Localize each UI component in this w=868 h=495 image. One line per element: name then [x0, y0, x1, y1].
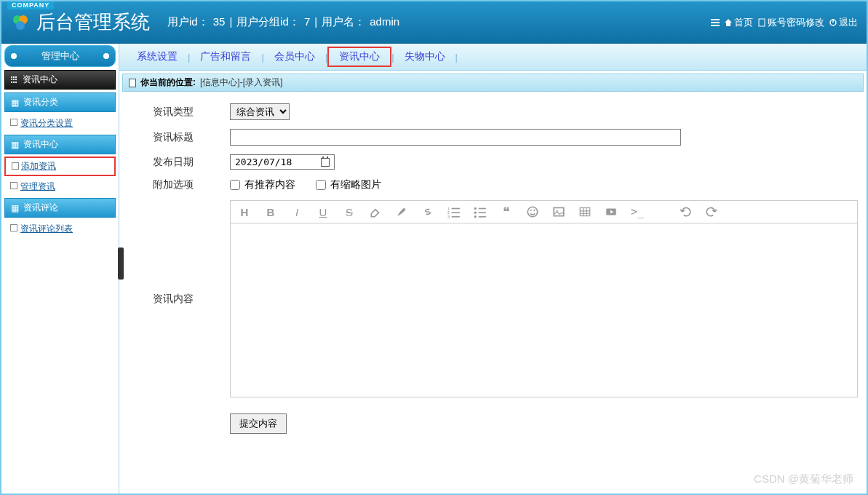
tool-image-icon[interactable] — [552, 205, 565, 218]
label-news-title: 资讯标题 — [122, 124, 224, 150]
svg-rect-3 — [711, 19, 720, 20]
sidebar-group-category[interactable]: ▦ 资讯分类 — [4, 92, 116, 112]
svg-point-17 — [474, 211, 477, 213]
svg-point-23 — [533, 210, 535, 211]
checkbox-recommend-input[interactable] — [230, 180, 240, 190]
label-content: 资讯内容 — [122, 196, 224, 402]
sidebar-collapse-handle[interactable] — [118, 248, 124, 280]
date-value: 2023/07/18 — [235, 157, 292, 167]
label-extra-options: 附加选项 — [122, 174, 224, 196]
input-publish-date[interactable]: 2023/07/18 — [230, 154, 335, 170]
editor-toolbar: H B I U S 123 ❝ — [230, 200, 858, 223]
sidebar-item-category-settings[interactable]: 资讯分类设置 — [4, 114, 116, 132]
user-id-label: 用户id： — [167, 15, 209, 29]
tool-heading-icon[interactable]: H — [238, 205, 251, 218]
sidebar-item-manage-news[interactable]: 管理资讯 — [4, 178, 116, 196]
tab-member-center[interactable]: 会员中心 — [264, 48, 325, 66]
tab-news-center[interactable]: 资讯中心 — [327, 47, 391, 67]
tab-system-settings[interactable]: 系统设置 — [127, 48, 188, 66]
tool-bold-icon[interactable]: B — [264, 205, 277, 218]
sidebar-header: 管理中心 — [4, 45, 116, 67]
home-link-label: 首页 — [734, 16, 753, 29]
tool-table-icon[interactable] — [578, 205, 592, 218]
checkbox-recommend[interactable]: 有推荐内容 — [230, 178, 295, 191]
sidebar-main-section-label: 资讯中心 — [23, 74, 57, 86]
sep: | — [229, 15, 232, 29]
top-bar: 后台管理系统 用户id：35 | 用户分组id：7 | 用户名：admin 首页… — [1, 1, 867, 44]
svg-text:3: 3 — [447, 215, 450, 218]
tool-underline-icon[interactable]: U — [316, 205, 330, 218]
tool-eraser-icon[interactable] — [369, 205, 382, 218]
grid-icon — [11, 76, 18, 84]
account-link-label: 账号密码修改 — [768, 16, 824, 29]
power-icon — [829, 18, 837, 27]
logo-icon — [10, 12, 31, 33]
tool-link-icon[interactable] — [421, 205, 434, 218]
home-link[interactable]: 首页 — [724, 16, 753, 29]
home-icon — [724, 18, 733, 27]
sidebar-group-label: 资讯中心 — [23, 138, 58, 151]
doc-icon — [129, 79, 136, 87]
checkbox-thumbnail-label: 有缩略图片 — [330, 178, 381, 191]
app-title: 后台管理系统 — [36, 9, 150, 35]
username-label: 用户名： — [322, 15, 365, 29]
tool-quote-icon[interactable]: ❝ — [500, 205, 513, 218]
breadcrumb-path: [信息中心]-[录入资讯] — [200, 76, 282, 89]
submit-button[interactable]: 提交内容 — [230, 413, 287, 434]
svg-point-2 — [16, 21, 25, 30]
checkbox-recommend-label: 有推荐内容 — [244, 178, 295, 191]
list-icon: ▦ — [11, 98, 19, 108]
company-badge: COMPANY — [7, 1, 54, 9]
user-info: 用户id：35 | 用户分组id：7 | 用户名：admin — [167, 15, 399, 29]
input-news-title[interactable] — [230, 129, 681, 146]
menu-icon[interactable] — [711, 18, 720, 27]
sep: | — [314, 15, 317, 29]
label-publish-date: 发布日期 — [122, 150, 224, 174]
select-news-type[interactable]: 综合资讯 — [230, 103, 290, 120]
tab-ads-messages[interactable]: 广告和留言 — [190, 48, 261, 66]
checkbox-thumbnail[interactable]: 有缩略图片 — [316, 178, 381, 191]
sidebar-group-label: 资讯评论 — [23, 202, 58, 214]
logout-link[interactable]: 退出 — [829, 16, 858, 29]
label-news-type: 资讯类型 — [122, 99, 224, 124]
account-link[interactable]: 账号密码修改 — [757, 16, 824, 29]
breadcrumb-label: 你当前的位置: — [140, 76, 196, 89]
group-id-value: 7 — [304, 15, 310, 29]
tool-video-icon[interactable] — [605, 205, 618, 218]
tool-strike-icon[interactable]: S — [343, 205, 356, 218]
sidebar: 管理中心 资讯中心 ▦ 资讯分类 资讯分类设置 ▦ 资讯中心 添加资讯 管理资讯… — [1, 44, 119, 494]
svg-rect-5 — [711, 25, 720, 26]
checkbox-thumbnail-input[interactable] — [316, 180, 326, 190]
tool-code-icon[interactable]: >_ — [631, 205, 644, 218]
logout-link-label: 退出 — [839, 16, 858, 29]
sidebar-main-section: 资讯中心 — [4, 70, 116, 90]
user-id-value: 35 — [213, 15, 226, 29]
tool-brush-icon[interactable] — [395, 205, 408, 218]
svg-point-22 — [530, 210, 532, 211]
tab-lost-found[interactable]: 失物中心 — [394, 48, 455, 66]
svg-rect-26 — [580, 207, 590, 215]
svg-rect-4 — [711, 22, 720, 23]
tab-bar: 系统设置| 广告和留言| 会员中心| 资讯中心| 失物中心| — [119, 44, 867, 71]
calendar-icon — [321, 158, 330, 167]
sidebar-group-label: 资讯分类 — [23, 96, 58, 108]
tool-emoji-icon[interactable] — [526, 205, 539, 218]
tool-italic-icon[interactable]: I — [290, 205, 303, 218]
sidebar-item-comment-list[interactable]: 资讯评论列表 — [4, 220, 116, 238]
sidebar-group-center[interactable]: ▦ 资讯中心 — [4, 135, 116, 154]
breadcrumb: 你当前的位置: [信息中心]-[录入资讯] — [122, 74, 864, 92]
svg-rect-24 — [554, 207, 564, 215]
editor-content-area[interactable] — [230, 223, 858, 397]
tool-ol-icon[interactable]: 123 — [447, 205, 461, 218]
sidebar-item-add-news[interactable]: 添加资讯 — [4, 157, 116, 176]
list-icon: ▦ — [11, 140, 19, 150]
svg-rect-6 — [759, 19, 765, 26]
svg-point-15 — [474, 207, 477, 210]
tool-ul-icon[interactable] — [474, 205, 487, 218]
sidebar-group-comments[interactable]: ▦ 资讯评论 — [4, 198, 116, 218]
tool-undo-icon[interactable] — [679, 205, 692, 218]
doc-icon — [757, 18, 766, 27]
username-value: admin — [370, 15, 399, 29]
list-icon: ▦ — [11, 203, 19, 213]
tool-redo-icon[interactable] — [705, 205, 718, 218]
